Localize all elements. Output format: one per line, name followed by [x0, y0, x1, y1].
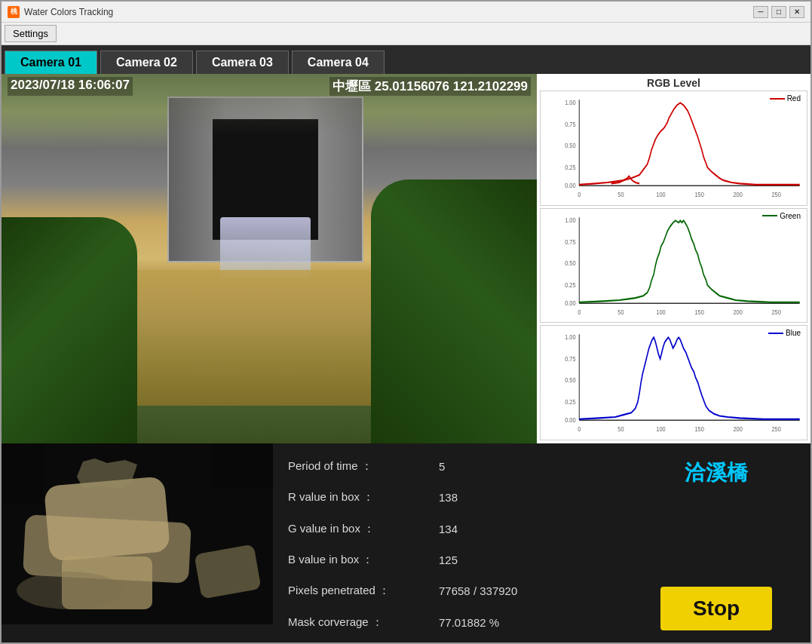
svg-text:250: 250: [771, 189, 780, 198]
title-bar-left: 桃 Water Colors Tracking: [8, 6, 113, 18]
blue-chart-legend: Blue: [768, 329, 801, 337]
mask-scene: [2, 443, 273, 624]
mask-value: 77.01882 %: [439, 616, 499, 629]
g-value: 134: [439, 523, 458, 535]
svg-text:0.25: 0.25: [565, 163, 576, 171]
pixels-row: Pixels penetrated ： 77658 / 337920: [288, 584, 607, 598]
svg-text:1.00: 1.00: [565, 98, 576, 106]
r-value-row: R value in box ： 138: [288, 490, 607, 504]
green-chart-legend: Green: [762, 212, 801, 220]
red-legend-line: [770, 98, 785, 100]
menu-bar: Settings: [2, 23, 810, 45]
title-bar: 桃 Water Colors Tracking ─ □ ✕: [2, 2, 810, 23]
period-value: 5: [439, 460, 445, 473]
mask-label: Mask corverage ：: [288, 615, 439, 630]
bottom-section: Period of time ： 5 R value in box ： 138 …: [2, 443, 810, 644]
camera-timestamp: 2023/07/18 16:06:07: [8, 77, 133, 96]
svg-text:100: 100: [656, 189, 665, 198]
blue-chart-svg: 1.00 0.75 0.50 0.25 0.00 0 50 100 150 20…: [563, 329, 804, 437]
svg-text:0.00: 0.00: [565, 299, 576, 307]
rgb-charts-title: RGB Level: [540, 77, 807, 89]
b-value: 125: [439, 554, 458, 566]
svg-text:0: 0: [578, 307, 581, 315]
main-content: 2023/07/18 16:06:07 中壢區 25.01156076 121.…: [2, 74, 810, 644]
right-panel: 洽溪橋 Stop: [622, 443, 810, 644]
g-value-row: G value in box ： 134: [288, 522, 607, 536]
svg-text:250: 250: [771, 307, 780, 315]
r-value: 138: [439, 491, 458, 504]
rgb-charts-panel: RGB Level Red 1.00 0.75 0.50 0.25: [537, 74, 810, 443]
red-chart-container: Red 1.00 0.75 0.50 0.25 0.00 0 50 10: [540, 90, 807, 206]
svg-text:0.25: 0.25: [565, 397, 576, 406]
svg-text:50: 50: [617, 307, 624, 315]
pixels-label: Pixels penetrated ：: [288, 584, 439, 598]
svg-text:1.00: 1.00: [565, 216, 576, 224]
svg-text:100: 100: [656, 425, 665, 433]
svg-text:50: 50: [617, 189, 624, 198]
app-icon: 桃: [8, 6, 20, 18]
red-legend-label: Red: [787, 94, 801, 103]
b-value-label: B value in box ：: [288, 553, 439, 567]
svg-text:150: 150: [694, 425, 703, 433]
svg-text:0.00: 0.00: [565, 181, 576, 189]
r-value-label: R value in box ：: [288, 490, 439, 504]
window-controls: ─ □ ✕: [753, 6, 804, 18]
svg-text:0.00: 0.00: [565, 416, 576, 424]
top-section: 2023/07/18 16:06:07 中壢區 25.01156076 121.…: [2, 74, 810, 443]
minimize-button[interactable]: ─: [753, 6, 768, 18]
blue-chart-container: Blue 1.00 0.75 0.50 0.25 0.00 0 50 100 1…: [540, 325, 807, 440]
tab-camera03[interactable]: Camera 03: [196, 51, 289, 74]
svg-text:250: 250: [771, 425, 780, 433]
svg-text:0.50: 0.50: [565, 259, 576, 267]
camera-location: 中壢區 25.01156076 121.2102299: [329, 77, 531, 96]
svg-text:200: 200: [733, 425, 742, 433]
g-value-label: G value in box ：: [288, 522, 439, 536]
svg-text:0.75: 0.75: [565, 120, 576, 128]
svg-text:0: 0: [578, 425, 581, 433]
svg-text:100: 100: [656, 307, 665, 315]
maximize-button[interactable]: □: [771, 6, 786, 18]
svg-text:50: 50: [617, 425, 624, 433]
camera-scene: [2, 74, 537, 443]
camera-view: 2023/07/18 16:06:07 中壢區 25.01156076 121.…: [2, 74, 537, 443]
red-chart-svg: 1.00 0.75 0.50 0.25 0.00 0 50 100 150 20…: [563, 94, 804, 202]
svg-text:200: 200: [733, 307, 742, 315]
tab-camera04[interactable]: Camera 04: [292, 51, 385, 74]
period-row: Period of time ： 5: [288, 459, 607, 474]
svg-text:0.50: 0.50: [565, 376, 576, 385]
blue-legend-line: [768, 333, 783, 334]
svg-text:0.75: 0.75: [565, 237, 576, 245]
mask-view: [2, 443, 273, 624]
svg-text:200: 200: [733, 189, 742, 198]
svg-text:0.50: 0.50: [565, 141, 576, 149]
location-name: 洽溪橋: [685, 458, 748, 487]
green-chart-container: Green 1.00 0.75 0.50 0.25 0.00 0 50 100 …: [540, 208, 807, 324]
stop-button[interactable]: Stop: [660, 587, 772, 630]
svg-text:1.00: 1.00: [565, 333, 576, 342]
green-legend-line: [762, 215, 777, 216]
svg-text:150: 150: [694, 307, 703, 315]
svg-text:150: 150: [694, 189, 703, 198]
green-legend-label: Green: [780, 212, 801, 220]
mask-row: Mask corverage ： 77.01882 %: [288, 615, 607, 630]
close-button[interactable]: ✕: [789, 6, 804, 18]
pixels-value: 77658 / 337920: [439, 584, 517, 597]
red-chart-legend: Red: [770, 94, 801, 103]
window-title: Water Colors Tracking: [24, 7, 113, 17]
stats-panel: Period of time ： 5 R value in box ： 138 …: [273, 443, 622, 644]
b-value-row: B value in box ： 125: [288, 553, 607, 567]
settings-menu[interactable]: Settings: [5, 25, 57, 42]
svg-text:0: 0: [578, 189, 581, 198]
camera-overlay: 2023/07/18 16:06:07 中壢區 25.01156076 121.…: [2, 74, 537, 99]
green-chart-svg: 1.00 0.75 0.50 0.25 0.00 0 50 100 150 20…: [563, 212, 804, 320]
period-label: Period of time ：: [288, 459, 439, 474]
tabs-bar: Camera 01 Camera 02 Camera 03 Camera 04: [2, 45, 810, 74]
tab-camera01[interactable]: Camera 01: [5, 51, 97, 74]
svg-text:0.75: 0.75: [565, 354, 576, 363]
blue-legend-label: Blue: [786, 329, 801, 337]
tab-camera02[interactable]: Camera 02: [100, 51, 193, 74]
svg-text:0.25: 0.25: [565, 280, 576, 288]
